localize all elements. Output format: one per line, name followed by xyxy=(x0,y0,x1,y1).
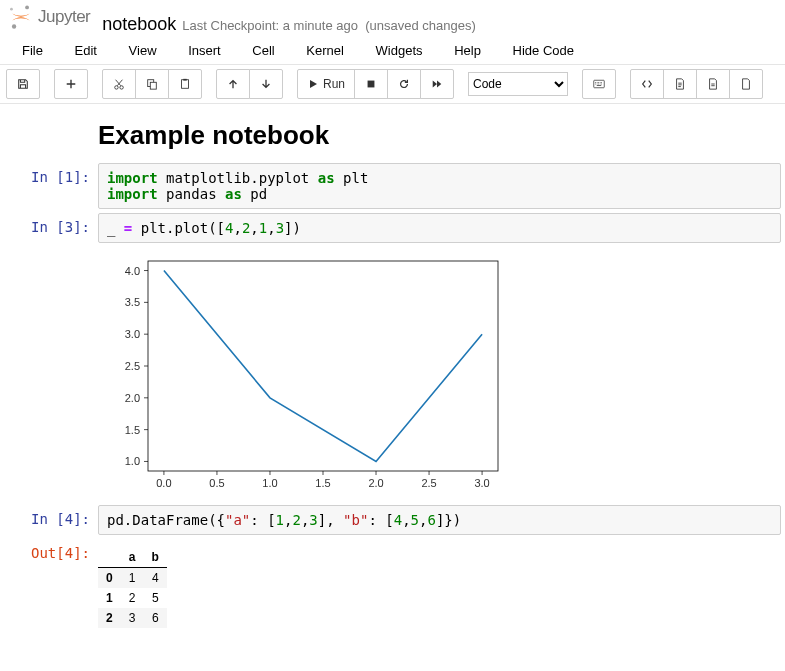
copy-button[interactable] xyxy=(135,69,169,99)
download-file-button[interactable] xyxy=(729,69,763,99)
paste-button[interactable] xyxy=(168,69,202,99)
command-palette-button[interactable] xyxy=(582,69,616,99)
in-prompt: In [4]: xyxy=(0,505,98,535)
arrow-down-icon xyxy=(260,78,272,90)
menu-widgets[interactable]: Widgets xyxy=(362,37,437,64)
svg-rect-11 xyxy=(148,261,498,471)
svg-text:0.5: 0.5 xyxy=(209,477,224,489)
svg-text:2.0: 2.0 xyxy=(368,477,383,489)
menu-view[interactable]: View xyxy=(115,37,171,64)
menu-edit[interactable]: Edit xyxy=(61,37,111,64)
svg-point-0 xyxy=(25,6,29,10)
svg-text:2.5: 2.5 xyxy=(421,477,436,489)
svg-text:2.0: 2.0 xyxy=(125,392,140,404)
svg-text:1.0: 1.0 xyxy=(262,477,277,489)
svg-text:2.5: 2.5 xyxy=(125,360,140,372)
arrow-up-icon xyxy=(227,78,239,90)
menubar: File Edit View Insert Cell Kernel Widget… xyxy=(0,37,785,65)
code-cell-1[interactable]: In [1]: import matplotlib.pyplot as plt … xyxy=(0,163,785,209)
jupyter-logo-icon xyxy=(8,4,34,30)
restart-button[interactable] xyxy=(387,69,421,99)
dataframe-table: ab014125236 xyxy=(98,547,167,628)
notebook-name[interactable]: notebook xyxy=(102,14,176,35)
menu-file[interactable]: File xyxy=(8,37,57,64)
file-icon xyxy=(740,78,752,90)
menu-kernel[interactable]: Kernel xyxy=(292,37,358,64)
dataframe-output: ab014125236 xyxy=(98,539,781,628)
plus-icon xyxy=(65,78,77,90)
plot-output: 1.01.52.02.53.03.54.00.00.51.01.52.02.53… xyxy=(98,243,781,501)
save-button[interactable] xyxy=(6,69,40,99)
output-cell-3: Out[4]: ab014125236 xyxy=(0,539,785,628)
notebook-header: Jupyter notebook Last Checkpoint: a minu… xyxy=(0,0,785,37)
fast-forward-icon xyxy=(431,78,443,90)
interrupt-button[interactable] xyxy=(354,69,388,99)
restart-icon xyxy=(398,78,410,90)
svg-text:0.0: 0.0 xyxy=(156,477,171,489)
file-pdf-icon xyxy=(707,78,719,90)
svg-point-3 xyxy=(115,86,118,89)
checkpoint-text: Last Checkpoint: a minute ago (unsaved c… xyxy=(182,18,475,33)
svg-text:1.5: 1.5 xyxy=(125,424,140,436)
add-cell-button[interactable] xyxy=(54,69,88,99)
svg-point-4 xyxy=(120,86,123,89)
run-button[interactable]: Run xyxy=(297,69,355,99)
svg-rect-6 xyxy=(150,82,156,89)
save-icon xyxy=(17,78,29,90)
in-prompt: In [3]: xyxy=(0,213,98,501)
jupyter-logo[interactable]: Jupyter xyxy=(8,4,90,30)
code-input[interactable]: _ = plt.plot([4,2,1,3]) xyxy=(98,213,781,243)
notebook-body: Example notebook In [1]: import matplotl… xyxy=(0,104,785,652)
svg-rect-8 xyxy=(183,79,186,81)
logo-text: Jupyter xyxy=(38,7,90,27)
stop-icon xyxy=(365,78,377,90)
svg-rect-9 xyxy=(368,81,375,88)
code-input[interactable]: import matplotlib.pyplot as plt import p… xyxy=(98,163,781,209)
keyboard-icon xyxy=(593,78,605,90)
svg-text:3.0: 3.0 xyxy=(125,328,140,340)
menu-hide-code[interactable]: Hide Code xyxy=(499,37,588,64)
svg-text:3.0: 3.0 xyxy=(474,477,489,489)
markdown-cell[interactable]: Example notebook xyxy=(0,120,785,151)
menu-insert[interactable]: Insert xyxy=(174,37,235,64)
cut-icon xyxy=(113,78,125,90)
svg-point-1 xyxy=(12,24,16,28)
line-plot: 1.01.52.02.53.03.54.00.00.51.01.52.02.53… xyxy=(98,251,508,501)
menu-cell[interactable]: Cell xyxy=(238,37,288,64)
code-icon xyxy=(641,78,653,90)
download-html-button[interactable] xyxy=(663,69,697,99)
paste-icon xyxy=(179,78,191,90)
toggle-code-button[interactable] xyxy=(630,69,664,99)
code-cell-2[interactable]: In [3]: _ = plt.plot([4,2,1,3]) 1.01.52.… xyxy=(0,213,785,501)
download-pdf-button[interactable] xyxy=(696,69,730,99)
svg-rect-7 xyxy=(182,80,189,89)
in-prompt: In [1]: xyxy=(0,163,98,209)
svg-text:4.0: 4.0 xyxy=(125,265,140,277)
restart-run-all-button[interactable] xyxy=(420,69,454,99)
cut-button[interactable] xyxy=(102,69,136,99)
code-input[interactable]: pd.DataFrame({"a": [1,2,3], "b": [4,5,6]… xyxy=(98,505,781,535)
svg-text:3.5: 3.5 xyxy=(125,296,140,308)
out-prompt: Out[4]: xyxy=(0,539,98,628)
notebook-title: Example notebook xyxy=(98,120,785,151)
svg-text:1.0: 1.0 xyxy=(125,455,140,467)
code-cell-3[interactable]: In [4]: pd.DataFrame({"a": [1,2,3], "b":… xyxy=(0,505,785,535)
move-up-button[interactable] xyxy=(216,69,250,99)
move-down-button[interactable] xyxy=(249,69,283,99)
menu-help[interactable]: Help xyxy=(440,37,495,64)
cell-type-select[interactable]: Code xyxy=(468,72,568,96)
play-icon xyxy=(307,78,319,90)
copy-icon xyxy=(146,78,158,90)
toolbar: Run Code xyxy=(0,65,785,104)
file-text-icon xyxy=(674,78,686,90)
svg-point-2 xyxy=(10,8,13,11)
svg-text:1.5: 1.5 xyxy=(315,477,330,489)
